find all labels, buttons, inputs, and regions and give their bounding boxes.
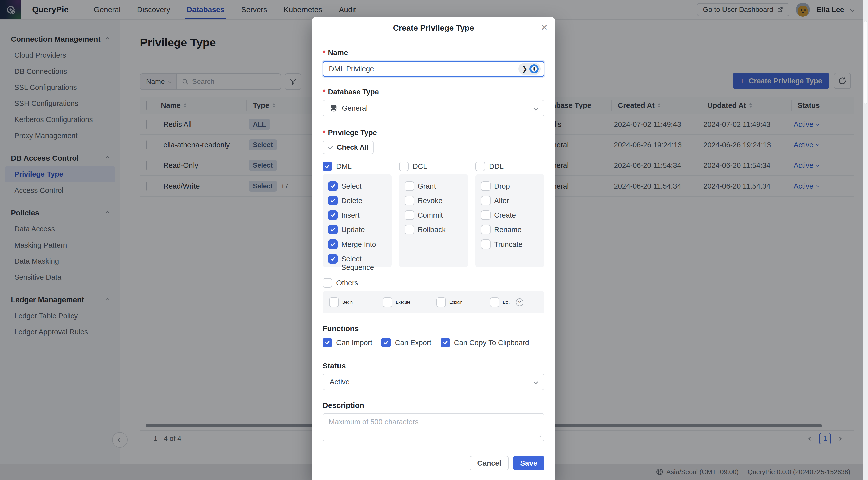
others-panel: Begin Execute Explain Etc. ? bbox=[323, 291, 544, 313]
others-label: Others bbox=[336, 279, 358, 287]
grant-checkbox[interactable] bbox=[405, 181, 414, 191]
description-label: Description bbox=[323, 401, 544, 410]
database-type-value: General bbox=[342, 104, 368, 112]
status-label: Status bbox=[323, 362, 544, 370]
modal-footer: Cancel Save bbox=[323, 450, 544, 477]
can-import-checkbox[interactable] bbox=[323, 338, 332, 347]
explain-checkbox[interactable] bbox=[436, 298, 446, 307]
rollback-checkbox[interactable] bbox=[405, 225, 414, 235]
group-dml: DML Select Delete Insert bbox=[323, 162, 392, 267]
name-label: * Name bbox=[323, 49, 544, 57]
privilege-option: Rollback bbox=[405, 225, 462, 235]
create-privilege-type-modal: Create Privilege Type ✕ * Name ❯ * Datab… bbox=[312, 17, 555, 480]
privilege-option: Begin bbox=[329, 298, 383, 307]
privilege-option: Explain bbox=[436, 298, 490, 307]
delete-checkbox[interactable] bbox=[328, 196, 338, 205]
privilege-option: Select bbox=[328, 181, 386, 191]
dcl-panel: Grant Revoke Commit Rollback bbox=[399, 174, 468, 267]
insert-checkbox[interactable] bbox=[328, 210, 338, 220]
dml-panel: Select Delete Insert Update bbox=[323, 174, 392, 267]
save-button[interactable]: Save bbox=[513, 456, 544, 471]
privilege-type-label: * Privilege Type bbox=[323, 129, 544, 137]
create-checkbox[interactable] bbox=[481, 210, 491, 220]
privilege-option: Merge Into bbox=[328, 240, 386, 249]
privilege-option: Drop bbox=[481, 181, 539, 191]
group-header-dml: DML bbox=[323, 162, 392, 171]
privilege-option: Create bbox=[481, 210, 539, 220]
function-option: Can Import bbox=[323, 338, 372, 347]
modal-header: Create Privilege Type ✕ bbox=[312, 17, 555, 39]
privilege-option: Revoke bbox=[405, 196, 462, 205]
1password-autofill-icon[interactable]: ❯ bbox=[519, 63, 540, 75]
group-dcl: DCL Grant Revoke Commit bbox=[399, 162, 468, 267]
privilege-option: Update bbox=[328, 225, 386, 235]
others-header: Others bbox=[323, 278, 544, 288]
begin-checkbox[interactable] bbox=[329, 298, 339, 307]
privilege-option: Etc. ? bbox=[490, 298, 524, 307]
rename-checkbox[interactable] bbox=[481, 225, 491, 235]
function-option: Can Copy To Clipboard bbox=[440, 338, 529, 347]
required-asterisk: * bbox=[323, 129, 326, 137]
privilege-option: Execute bbox=[383, 298, 436, 307]
etc-checkbox[interactable] bbox=[490, 298, 499, 307]
commit-checkbox[interactable] bbox=[405, 210, 414, 220]
help-icon[interactable]: ? bbox=[516, 299, 524, 306]
vertical-scrollbar[interactable] bbox=[864, 0, 868, 480]
resize-handle-icon[interactable] bbox=[537, 433, 542, 439]
revoke-checkbox[interactable] bbox=[405, 196, 414, 205]
description-textarea[interactable]: Maximum of 500 characters bbox=[323, 413, 544, 441]
update-checkbox[interactable] bbox=[328, 225, 338, 235]
vertical-scrollbar-thumb[interactable] bbox=[864, 21, 868, 104]
dml-checkbox[interactable] bbox=[323, 162, 332, 171]
merge-into-checkbox[interactable] bbox=[328, 240, 338, 249]
privilege-option: Rename bbox=[481, 225, 539, 235]
required-asterisk: * bbox=[323, 49, 326, 57]
group-label: DDL bbox=[489, 163, 504, 171]
drop-checkbox[interactable] bbox=[481, 181, 491, 191]
privilege-option: Commit bbox=[405, 210, 462, 220]
privilege-option: Alter bbox=[481, 196, 539, 205]
caret-icon: ❯ bbox=[522, 65, 527, 73]
chevron-down-icon bbox=[533, 106, 538, 110]
truncate-checkbox[interactable] bbox=[481, 240, 491, 249]
others-checkbox[interactable] bbox=[323, 278, 332, 288]
group-ddl: DDL Drop Alter Create bbox=[475, 162, 544, 267]
group-header-ddl: DDL bbox=[475, 162, 544, 171]
execute-checkbox[interactable] bbox=[383, 298, 392, 307]
alter-checkbox[interactable] bbox=[481, 196, 491, 205]
cancel-button[interactable]: Cancel bbox=[470, 456, 509, 471]
dcl-checkbox[interactable] bbox=[399, 162, 409, 171]
group-label: DML bbox=[336, 163, 351, 171]
status-value: Active bbox=[330, 378, 349, 386]
ddl-checkbox[interactable] bbox=[475, 162, 485, 171]
description-placeholder: Maximum of 500 characters bbox=[329, 418, 419, 426]
name-input[interactable] bbox=[329, 65, 519, 73]
modal-body: * Name ❯ * Database Type General bbox=[312, 49, 555, 477]
privilege-option: Grant bbox=[405, 181, 462, 191]
required-asterisk: * bbox=[323, 88, 326, 96]
chevron-down-icon bbox=[533, 380, 538, 384]
group-label: DCL bbox=[413, 163, 427, 171]
functions-row: Can Import Can Export Can Copy To Clipbo… bbox=[323, 338, 544, 347]
privilege-option: Select Sequence bbox=[328, 254, 386, 272]
check-icon bbox=[328, 144, 334, 150]
ddl-panel: Drop Alter Create Rename bbox=[475, 174, 544, 267]
privilege-option: Truncate bbox=[481, 240, 539, 249]
modal-title: Create Privilege Type bbox=[393, 23, 474, 33]
check-all-button[interactable]: Check All bbox=[323, 141, 374, 154]
privilege-option: Insert bbox=[328, 210, 386, 220]
check-all-label: Check All bbox=[337, 143, 369, 151]
function-option: Can Export bbox=[381, 338, 431, 347]
name-field: ❯ bbox=[323, 61, 544, 77]
close-icon[interactable]: ✕ bbox=[541, 23, 548, 32]
select-checkbox[interactable] bbox=[328, 181, 338, 191]
database-icon bbox=[330, 104, 338, 112]
can-export-checkbox[interactable] bbox=[381, 338, 391, 347]
select-sequence-checkbox[interactable] bbox=[328, 254, 338, 264]
can-copy-to-clipboard-checkbox[interactable] bbox=[440, 338, 450, 347]
status-select[interactable]: Active bbox=[323, 374, 544, 390]
privilege-option: Delete bbox=[328, 196, 386, 205]
database-type-select[interactable]: General bbox=[323, 100, 544, 116]
database-type-label: * Database Type bbox=[323, 88, 544, 96]
privilege-groups: DML Select Delete Insert bbox=[323, 162, 544, 267]
